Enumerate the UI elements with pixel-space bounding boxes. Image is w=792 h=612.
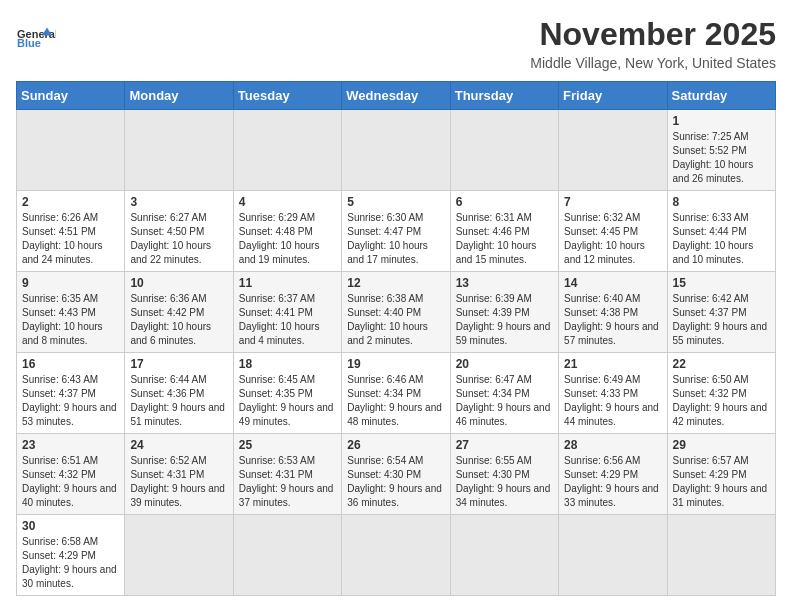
day-number: 21 bbox=[564, 357, 661, 371]
day-info: Sunrise: 7:25 AM Sunset: 5:52 PM Dayligh… bbox=[673, 130, 770, 186]
day-cell: 9Sunrise: 6:35 AM Sunset: 4:43 PM Daylig… bbox=[17, 272, 125, 353]
day-cell: 21Sunrise: 6:49 AM Sunset: 4:33 PM Dayli… bbox=[559, 353, 667, 434]
day-cell: 5Sunrise: 6:30 AM Sunset: 4:47 PM Daylig… bbox=[342, 191, 450, 272]
day-number: 29 bbox=[673, 438, 770, 452]
day-cell bbox=[233, 515, 341, 596]
week-row-1: 1Sunrise: 7:25 AM Sunset: 5:52 PM Daylig… bbox=[17, 110, 776, 191]
day-number: 28 bbox=[564, 438, 661, 452]
day-cell bbox=[233, 110, 341, 191]
day-cell bbox=[342, 110, 450, 191]
location-title: Middle Village, New York, United States bbox=[530, 55, 776, 71]
day-cell: 1Sunrise: 7:25 AM Sunset: 5:52 PM Daylig… bbox=[667, 110, 775, 191]
day-cell: 25Sunrise: 6:53 AM Sunset: 4:31 PM Dayli… bbox=[233, 434, 341, 515]
day-number: 23 bbox=[22, 438, 119, 452]
day-number: 8 bbox=[673, 195, 770, 209]
weekday-header-tuesday: Tuesday bbox=[233, 82, 341, 110]
day-cell: 15Sunrise: 6:42 AM Sunset: 4:37 PM Dayli… bbox=[667, 272, 775, 353]
day-cell: 28Sunrise: 6:56 AM Sunset: 4:29 PM Dayli… bbox=[559, 434, 667, 515]
day-info: Sunrise: 6:50 AM Sunset: 4:32 PM Dayligh… bbox=[673, 373, 770, 429]
day-cell: 7Sunrise: 6:32 AM Sunset: 4:45 PM Daylig… bbox=[559, 191, 667, 272]
day-cell: 18Sunrise: 6:45 AM Sunset: 4:35 PM Dayli… bbox=[233, 353, 341, 434]
day-number: 27 bbox=[456, 438, 553, 452]
weekday-header-friday: Friday bbox=[559, 82, 667, 110]
day-number: 9 bbox=[22, 276, 119, 290]
day-cell bbox=[559, 110, 667, 191]
weekday-header-monday: Monday bbox=[125, 82, 233, 110]
day-info: Sunrise: 6:42 AM Sunset: 4:37 PM Dayligh… bbox=[673, 292, 770, 348]
week-row-4: 16Sunrise: 6:43 AM Sunset: 4:37 PM Dayli… bbox=[17, 353, 776, 434]
day-cell: 23Sunrise: 6:51 AM Sunset: 4:32 PM Dayli… bbox=[17, 434, 125, 515]
day-number: 25 bbox=[239, 438, 336, 452]
day-cell: 11Sunrise: 6:37 AM Sunset: 4:41 PM Dayli… bbox=[233, 272, 341, 353]
day-cell: 27Sunrise: 6:55 AM Sunset: 4:30 PM Dayli… bbox=[450, 434, 558, 515]
day-number: 2 bbox=[22, 195, 119, 209]
day-info: Sunrise: 6:55 AM Sunset: 4:30 PM Dayligh… bbox=[456, 454, 553, 510]
day-cell: 10Sunrise: 6:36 AM Sunset: 4:42 PM Dayli… bbox=[125, 272, 233, 353]
day-number: 30 bbox=[22, 519, 119, 533]
day-info: Sunrise: 6:32 AM Sunset: 4:45 PM Dayligh… bbox=[564, 211, 661, 267]
day-number: 14 bbox=[564, 276, 661, 290]
day-cell: 12Sunrise: 6:38 AM Sunset: 4:40 PM Dayli… bbox=[342, 272, 450, 353]
day-cell: 30Sunrise: 6:58 AM Sunset: 4:29 PM Dayli… bbox=[17, 515, 125, 596]
header: General Blue November 2025 Middle Villag… bbox=[16, 16, 776, 71]
day-info: Sunrise: 6:43 AM Sunset: 4:37 PM Dayligh… bbox=[22, 373, 119, 429]
day-cell: 6Sunrise: 6:31 AM Sunset: 4:46 PM Daylig… bbox=[450, 191, 558, 272]
day-info: Sunrise: 6:56 AM Sunset: 4:29 PM Dayligh… bbox=[564, 454, 661, 510]
day-number: 22 bbox=[673, 357, 770, 371]
day-info: Sunrise: 6:54 AM Sunset: 4:30 PM Dayligh… bbox=[347, 454, 444, 510]
day-cell bbox=[125, 110, 233, 191]
day-info: Sunrise: 6:39 AM Sunset: 4:39 PM Dayligh… bbox=[456, 292, 553, 348]
day-number: 4 bbox=[239, 195, 336, 209]
day-info: Sunrise: 6:44 AM Sunset: 4:36 PM Dayligh… bbox=[130, 373, 227, 429]
day-cell: 24Sunrise: 6:52 AM Sunset: 4:31 PM Dayli… bbox=[125, 434, 233, 515]
day-info: Sunrise: 6:30 AM Sunset: 4:47 PM Dayligh… bbox=[347, 211, 444, 267]
svg-text:Blue: Blue bbox=[17, 37, 41, 49]
day-cell: 19Sunrise: 6:46 AM Sunset: 4:34 PM Dayli… bbox=[342, 353, 450, 434]
day-cell bbox=[450, 110, 558, 191]
day-info: Sunrise: 6:47 AM Sunset: 4:34 PM Dayligh… bbox=[456, 373, 553, 429]
day-cell: 3Sunrise: 6:27 AM Sunset: 4:50 PM Daylig… bbox=[125, 191, 233, 272]
day-info: Sunrise: 6:53 AM Sunset: 4:31 PM Dayligh… bbox=[239, 454, 336, 510]
day-cell: 26Sunrise: 6:54 AM Sunset: 4:30 PM Dayli… bbox=[342, 434, 450, 515]
day-info: Sunrise: 6:35 AM Sunset: 4:43 PM Dayligh… bbox=[22, 292, 119, 348]
day-cell bbox=[667, 515, 775, 596]
day-cell: 4Sunrise: 6:29 AM Sunset: 4:48 PM Daylig… bbox=[233, 191, 341, 272]
week-row-5: 23Sunrise: 6:51 AM Sunset: 4:32 PM Dayli… bbox=[17, 434, 776, 515]
day-cell: 14Sunrise: 6:40 AM Sunset: 4:38 PM Dayli… bbox=[559, 272, 667, 353]
day-info: Sunrise: 6:45 AM Sunset: 4:35 PM Dayligh… bbox=[239, 373, 336, 429]
day-number: 19 bbox=[347, 357, 444, 371]
day-number: 7 bbox=[564, 195, 661, 209]
day-info: Sunrise: 6:27 AM Sunset: 4:50 PM Dayligh… bbox=[130, 211, 227, 267]
day-cell: 22Sunrise: 6:50 AM Sunset: 4:32 PM Dayli… bbox=[667, 353, 775, 434]
day-cell: 13Sunrise: 6:39 AM Sunset: 4:39 PM Dayli… bbox=[450, 272, 558, 353]
day-cell: 8Sunrise: 6:33 AM Sunset: 4:44 PM Daylig… bbox=[667, 191, 775, 272]
logo: General Blue bbox=[16, 16, 56, 56]
day-number: 5 bbox=[347, 195, 444, 209]
day-info: Sunrise: 6:58 AM Sunset: 4:29 PM Dayligh… bbox=[22, 535, 119, 591]
day-number: 1 bbox=[673, 114, 770, 128]
day-info: Sunrise: 6:36 AM Sunset: 4:42 PM Dayligh… bbox=[130, 292, 227, 348]
day-number: 16 bbox=[22, 357, 119, 371]
day-cell bbox=[559, 515, 667, 596]
day-cell bbox=[17, 110, 125, 191]
day-number: 17 bbox=[130, 357, 227, 371]
weekday-header-row: SundayMondayTuesdayWednesdayThursdayFrid… bbox=[17, 82, 776, 110]
month-title: November 2025 bbox=[530, 16, 776, 53]
day-cell: 2Sunrise: 6:26 AM Sunset: 4:51 PM Daylig… bbox=[17, 191, 125, 272]
day-number: 11 bbox=[239, 276, 336, 290]
day-info: Sunrise: 6:31 AM Sunset: 4:46 PM Dayligh… bbox=[456, 211, 553, 267]
day-cell: 16Sunrise: 6:43 AM Sunset: 4:37 PM Dayli… bbox=[17, 353, 125, 434]
day-number: 20 bbox=[456, 357, 553, 371]
day-info: Sunrise: 6:37 AM Sunset: 4:41 PM Dayligh… bbox=[239, 292, 336, 348]
day-number: 6 bbox=[456, 195, 553, 209]
day-number: 3 bbox=[130, 195, 227, 209]
weekday-header-wednesday: Wednesday bbox=[342, 82, 450, 110]
day-info: Sunrise: 6:26 AM Sunset: 4:51 PM Dayligh… bbox=[22, 211, 119, 267]
weekday-header-thursday: Thursday bbox=[450, 82, 558, 110]
day-info: Sunrise: 6:57 AM Sunset: 4:29 PM Dayligh… bbox=[673, 454, 770, 510]
week-row-3: 9Sunrise: 6:35 AM Sunset: 4:43 PM Daylig… bbox=[17, 272, 776, 353]
day-cell bbox=[450, 515, 558, 596]
day-info: Sunrise: 6:33 AM Sunset: 4:44 PM Dayligh… bbox=[673, 211, 770, 267]
day-number: 15 bbox=[673, 276, 770, 290]
day-number: 24 bbox=[130, 438, 227, 452]
